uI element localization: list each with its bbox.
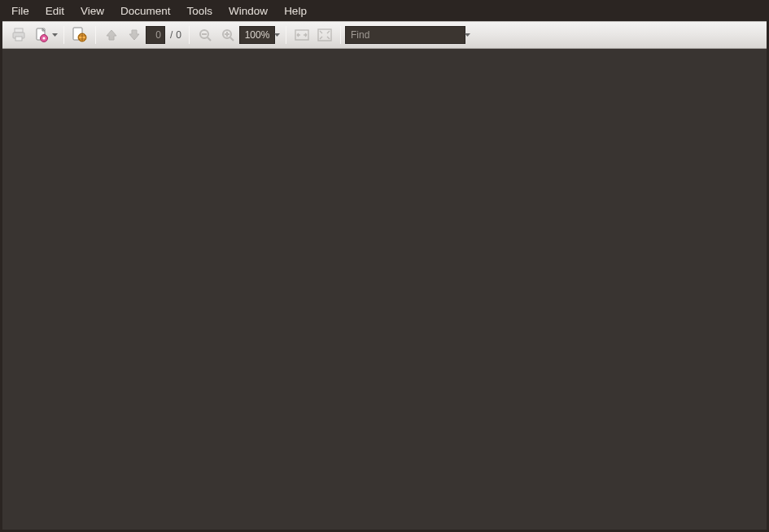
svg-line-9 (208, 37, 211, 41)
print-icon (11, 27, 27, 43)
zoom-input[interactable] (239, 26, 275, 44)
svg-line-12 (230, 37, 234, 41)
toolbar: / 0 (2, 21, 767, 49)
svg-point-5 (42, 37, 45, 39)
zoom-in-icon (221, 28, 235, 42)
page-total: 0 (176, 29, 185, 41)
separator (95, 26, 96, 44)
convert-document-icon (33, 27, 50, 43)
separator (286, 26, 286, 44)
zoom-dropdown[interactable] (273, 33, 280, 37)
menu-view[interactable]: View (72, 2, 112, 20)
convert-document-button[interactable] (30, 24, 53, 46)
create-pdf-from-web-button[interactable] (68, 24, 91, 46)
zoom-out-button[interactable] (194, 24, 216, 46)
menu-document[interactable]: Document (112, 2, 179, 20)
web-document-icon (71, 26, 89, 44)
chevron-down-icon (465, 33, 470, 37)
find-dropdown[interactable] (464, 33, 470, 37)
page-number-input[interactable] (146, 26, 165, 44)
menu-edit[interactable]: Edit (37, 2, 72, 20)
arrow-up-icon (104, 28, 119, 42)
document-area (2, 49, 767, 530)
separator (189, 26, 190, 44)
separator (63, 26, 64, 44)
fit-page-icon (317, 28, 333, 42)
print-button[interactable] (7, 24, 30, 46)
page-separator: / (165, 29, 176, 41)
menu-window[interactable]: Window (221, 2, 276, 20)
menu-tools[interactable]: Tools (179, 2, 221, 20)
menu-file[interactable]: File (3, 2, 37, 20)
separator (340, 26, 341, 44)
find-input[interactable] (345, 26, 465, 44)
chevron-down-icon (274, 33, 280, 37)
svg-rect-2 (15, 37, 22, 41)
page-down-button[interactable] (123, 24, 146, 46)
arrow-down-icon (127, 28, 142, 42)
page-up-button[interactable] (100, 24, 123, 46)
svg-rect-0 (15, 28, 23, 33)
zoom-out-icon (198, 28, 212, 42)
fit-width-button[interactable] (291, 24, 313, 46)
fit-width-icon (294, 28, 310, 42)
zoom-in-button[interactable] (216, 24, 239, 46)
fit-page-button[interactable] (313, 24, 336, 46)
menu-help[interactable]: Help (276, 2, 315, 20)
menubar: File Edit View Document Tools Window Hel… (0, 0, 769, 21)
